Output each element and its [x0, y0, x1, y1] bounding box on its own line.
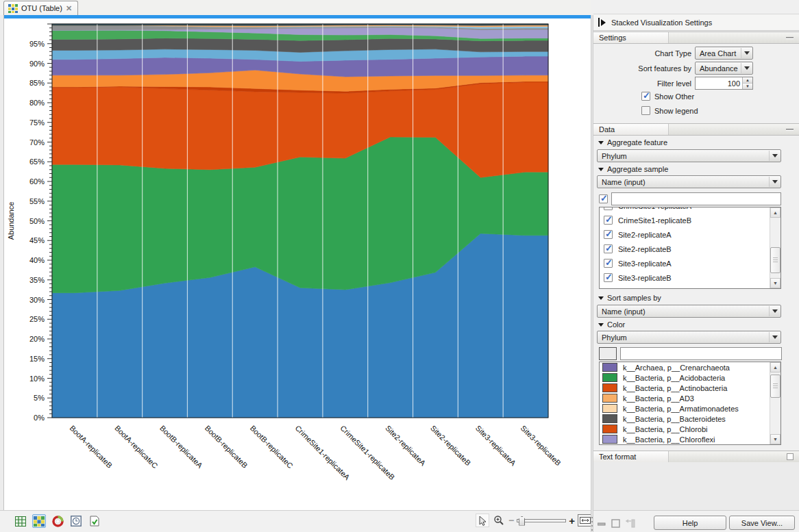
sort-samples-dropdown[interactable]: Name (input) — [597, 305, 781, 318]
taxon-color-swatch[interactable] — [602, 435, 617, 444]
chart-type-dropdown[interactable]: Area Chart — [695, 47, 753, 60]
color-swatch-all[interactable] — [599, 347, 617, 360]
taxon-color-swatch[interactable] — [602, 425, 617, 433]
taxon-label: k__Bacteria, p__Chloroflexi — [623, 435, 715, 444]
history-icon[interactable] — [69, 514, 83, 528]
y-tick-label: 55% — [29, 197, 45, 205]
color-section[interactable]: Color — [598, 320, 625, 329]
save-view-button[interactable]: Save View... — [729, 516, 795, 530]
stacked-chart-view-icon[interactable] — [32, 514, 46, 528]
color-filter-input[interactable] — [620, 347, 782, 360]
color-list-item[interactable]: k__Bacteria, p__Chloroflexi — [600, 434, 770, 444]
sample-listbox[interactable]: CrimeSite1-replicateACrimeSite1-replicat… — [599, 207, 781, 289]
sample-list-item[interactable]: Site3-replicateA — [600, 256, 770, 270]
color-list-item[interactable]: k__Bacteria, p__AD3 — [600, 393, 770, 403]
filter-level-spinner[interactable]: 100 ▲▼ — [695, 77, 753, 90]
zoom-tool-icon[interactable] — [492, 514, 506, 527]
text-format-group-header[interactable]: Text format — [593, 451, 799, 463]
color-listbox[interactable]: k__Archaea, p__Crenarchaeotak__Bacteria,… — [599, 362, 781, 445]
sample-label: CrimeSite1-replicateA — [618, 207, 691, 210]
new-group-icon[interactable] — [611, 519, 620, 528]
expander-bar-icon[interactable] — [598, 18, 600, 27]
y-tick-label: 10% — [29, 375, 45, 383]
select-all-samples-checkbox[interactable] — [599, 194, 608, 203]
spinner-arrows-icon[interactable]: ▲▼ — [742, 77, 752, 89]
text-format-title: Text format — [593, 451, 669, 462]
zoom-out-icon[interactable]: − — [508, 515, 514, 526]
taxon-color-swatch[interactable] — [602, 414, 617, 423]
show-legend-checkbox[interactable] — [641, 106, 650, 115]
sort-features-dropdown[interactable]: Abundance — [695, 62, 753, 75]
sample-label: Site3-replicateA — [618, 259, 672, 268]
sample-checkbox[interactable] — [604, 273, 613, 282]
data-group-header[interactable]: Data — [593, 123, 799, 136]
sort-samples-section[interactable]: Sort samples by — [598, 294, 661, 302]
collapse-all-icon[interactable] — [598, 522, 606, 526]
taxon-color-swatch[interactable] — [602, 404, 617, 413]
scrollbar-thumb[interactable] — [770, 375, 780, 398]
taxon-color-swatch[interactable] — [602, 363, 617, 372]
sample-list-item[interactable]: Site2-replicateA — [600, 227, 770, 242]
scroll-up-icon[interactable]: ▲ — [770, 207, 780, 218]
zoom-slider-thumb[interactable] — [519, 516, 525, 526]
aggregate-feature-dropdown[interactable]: Phylum — [597, 149, 781, 162]
scroll-down-icon[interactable]: ▼ — [770, 434, 780, 444]
expand-box-icon[interactable] — [787, 453, 794, 460]
sample-list-scrollbar[interactable]: ▲ ▼ — [770, 207, 780, 288]
sample-checkbox[interactable] — [604, 216, 613, 225]
sample-list-item[interactable]: CrimeSite1-replicateB — [600, 213, 770, 227]
minimize-icon[interactable] — [786, 129, 794, 131]
zoom-in-icon[interactable]: + — [569, 515, 575, 527]
sample-checkbox[interactable] — [604, 207, 613, 210]
y-tick-label: 40% — [29, 256, 45, 264]
color-list-item[interactable]: k__Bacteria, p__Chlorobi — [600, 424, 770, 434]
dock-panel-icon[interactable] — [626, 519, 635, 528]
color-list-scrollbar[interactable]: ▲ ▼ — [770, 362, 780, 444]
chart-type-row: Chart Type Area Chart — [593, 47, 799, 60]
tab-otu-table[interactable]: OTU (Table) ✕ — [3, 1, 78, 15]
tab-close-icon[interactable]: ✕ — [66, 4, 72, 13]
aggregate-sample-value: Name (input) — [602, 178, 646, 186]
settings-group-title: Settings — [593, 32, 669, 43]
color-list-item[interactable]: k__Bacteria, p__Armatimonadetes — [600, 403, 770, 414]
aggregate-sample-dropdown[interactable]: Name (input) — [597, 175, 781, 188]
x-tick-label: Site2-replicateA — [384, 424, 428, 468]
color-dropdown[interactable]: Phylum — [597, 331, 781, 344]
help-button[interactable]: Help — [654, 516, 726, 530]
sample-checkbox[interactable] — [604, 259, 613, 268]
sunburst-view-icon[interactable] — [51, 514, 64, 528]
sample-list-item[interactable]: Site2-replicateB — [600, 242, 770, 256]
stacked-area-chart[interactable]: 0%5%10%15%20%25%30%35%40%45%50%55%60%65%… — [4, 18, 591, 509]
color-list-item[interactable]: k__Bacteria, p__Acidobacteria — [600, 372, 770, 383]
aggregate-sample-section[interactable]: Aggregate sample — [598, 165, 668, 173]
splitter-handle[interactable] — [591, 517, 593, 532]
minimize-icon[interactable] — [786, 37, 794, 39]
aggregate-feature-value: Phylum — [602, 152, 627, 160]
zoom-slider[interactable] — [517, 519, 566, 522]
scrollbar-thumb[interactable] — [770, 247, 780, 273]
zoom-controls: − + — [476, 514, 593, 527]
settings-group-header[interactable]: Settings — [593, 31, 799, 44]
element-info-icon[interactable] — [88, 514, 101, 528]
color-list-item[interactable]: k__Bacteria, p__Bacteroidetes — [600, 414, 770, 424]
aggregate-feature-section[interactable]: Aggregate feature — [598, 138, 667, 147]
taxon-color-swatch[interactable] — [602, 394, 617, 403]
sort-features-label: Sort features by — [593, 64, 691, 73]
taxon-color-swatch[interactable] — [602, 373, 617, 382]
show-other-checkbox[interactable] — [641, 92, 650, 101]
scroll-down-icon[interactable]: ▼ — [770, 278, 780, 288]
sample-filter-input[interactable] — [611, 192, 781, 205]
x-tick-label: BootB-replicateB — [204, 424, 249, 470]
table-view-icon[interactable] — [14, 514, 27, 528]
color-list-item[interactable]: k__Archaea, p__Crenarchaeota — [600, 362, 770, 372]
sample-list-item[interactable]: CrimeSite1-replicateA — [600, 207, 770, 213]
sample-list-item[interactable]: Site3-replicateB — [600, 270, 770, 285]
color-list-item[interactable]: k__Bacteria, p__Actinobacteria — [600, 383, 770, 393]
scroll-up-icon[interactable]: ▲ — [770, 362, 780, 372]
text-format-body — [593, 462, 799, 510]
taxon-color-swatch[interactable] — [602, 383, 617, 392]
sample-checkbox[interactable] — [604, 230, 613, 239]
expander-arrow-icon[interactable] — [601, 19, 606, 26]
sample-checkbox[interactable] — [604, 244, 613, 253]
selection-tool-icon[interactable] — [476, 514, 489, 527]
